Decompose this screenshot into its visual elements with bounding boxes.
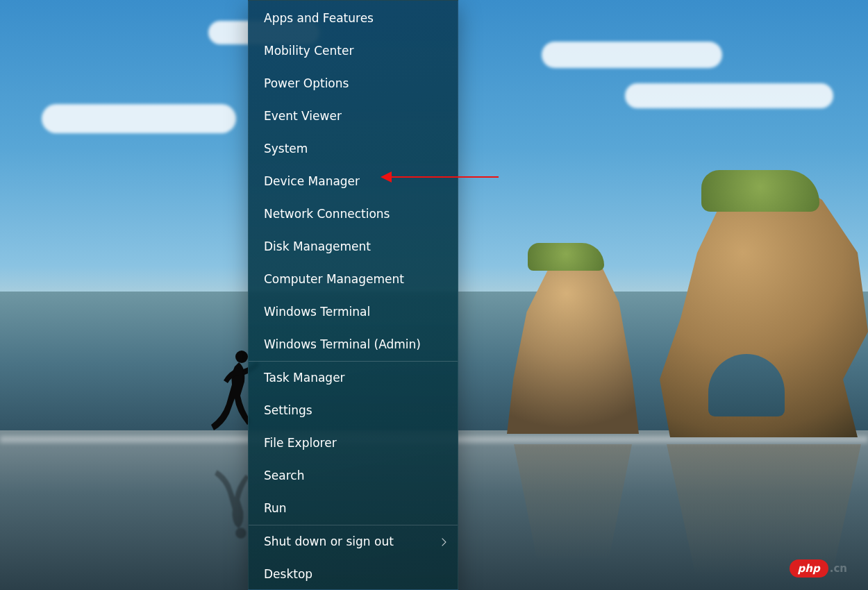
- menu-item-label: Windows Terminal (Admin): [264, 337, 421, 351]
- menu-item-label: Settings: [264, 403, 312, 417]
- menu-item-label: Network Connections: [264, 207, 390, 221]
- menu-item-windows-terminal-admin[interactable]: Windows Terminal (Admin): [249, 328, 458, 361]
- menu-item-settings[interactable]: Settings: [249, 394, 458, 427]
- svg-point-0: [235, 351, 248, 363]
- menu-item-label: Windows Terminal: [264, 305, 370, 319]
- menu-item-label: Computer Management: [264, 272, 404, 286]
- menu-item-file-explorer[interactable]: File Explorer: [249, 427, 458, 460]
- menu-item-label: Event Viewer: [264, 109, 342, 123]
- wallpaper-grass: [701, 170, 819, 212]
- menu-item-label: Shut down or sign out: [264, 534, 394, 548]
- wallpaper-grass: [528, 243, 604, 271]
- menu-item-label: System: [264, 142, 308, 155]
- menu-item-mobility-center[interactable]: Mobility Center: [249, 35, 458, 67]
- menu-item-label: Mobility Center: [264, 44, 353, 58]
- menu-item-power-options[interactable]: Power Options: [249, 67, 458, 100]
- menu-item-search[interactable]: Search: [249, 460, 458, 492]
- menu-item-label: Power Options: [264, 76, 349, 90]
- menu-item-label: Task Manager: [264, 371, 345, 385]
- watermark-suffix: .cn: [830, 562, 847, 575]
- menu-item-label: File Explorer: [264, 436, 337, 450]
- wallpaper-cloud: [542, 42, 722, 68]
- menu-item-label: Disk Management: [264, 239, 371, 253]
- wallpaper-cloud: [625, 83, 833, 108]
- winx-context-menu[interactable]: Apps and FeaturesMobility CenterPower Op…: [248, 0, 458, 590]
- menu-item-disk-management[interactable]: Disk Management: [249, 230, 458, 263]
- menu-item-event-viewer[interactable]: Event Viewer: [249, 100, 458, 133]
- menu-item-label: Run: [264, 501, 287, 515]
- svg-point-1: [235, 528, 246, 538]
- menu-item-run[interactable]: Run: [249, 492, 458, 525]
- menu-item-desktop[interactable]: Desktop: [249, 558, 458, 590]
- menu-item-apps-and-features[interactable]: Apps and Features: [249, 2, 458, 35]
- menu-item-system[interactable]: System: [249, 133, 458, 165]
- wallpaper-rock-reflection: [667, 444, 861, 576]
- menu-item-label: Apps and Features: [264, 11, 374, 25]
- menu-item-label: Search: [264, 469, 304, 482]
- menu-item-network-connections[interactable]: Network Connections: [249, 198, 458, 230]
- menu-item-label: Desktop: [264, 567, 312, 581]
- menu-item-shut-down-or-sign-out[interactable]: Shut down or sign out: [249, 525, 458, 558]
- menu-item-label: Device Manager: [264, 174, 360, 188]
- menu-item-task-manager[interactable]: Task Manager: [249, 362, 458, 394]
- watermark-brand: php: [790, 559, 828, 578]
- desktop-wallpaper: Apps and FeaturesMobility CenterPower Op…: [0, 0, 868, 590]
- menu-item-device-manager[interactable]: Device Manager: [249, 165, 458, 198]
- watermark: php.cn: [790, 559, 847, 578]
- chevron-right-icon: [438, 538, 446, 546]
- menu-item-computer-management[interactable]: Computer Management: [249, 263, 458, 296]
- menu-item-windows-terminal[interactable]: Windows Terminal: [249, 296, 458, 328]
- wallpaper-cloud: [42, 104, 236, 133]
